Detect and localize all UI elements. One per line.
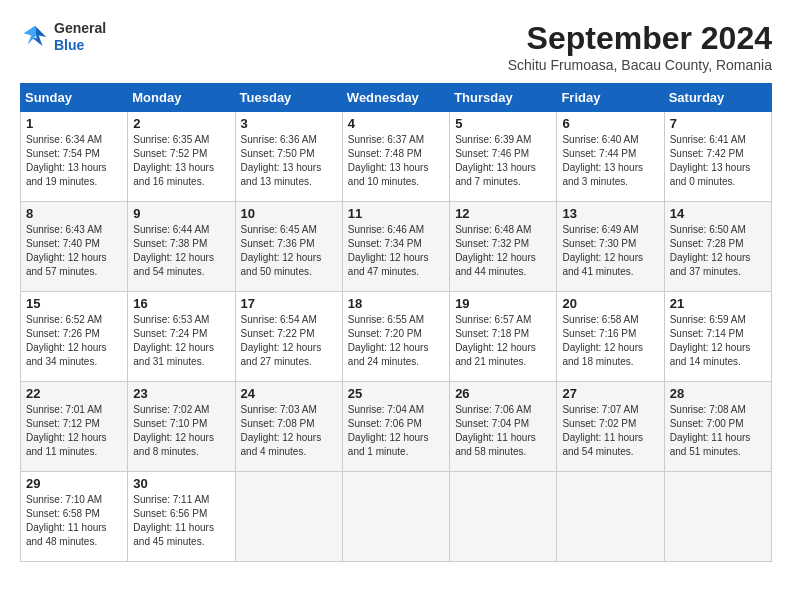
- week-row-5: 29Sunrise: 7:10 AMSunset: 6:58 PMDayligh…: [21, 472, 772, 562]
- day-number-3: 3: [241, 116, 337, 131]
- day-number-29: 29: [26, 476, 122, 491]
- logo-line2: Blue: [54, 37, 106, 54]
- day-number-25: 25: [348, 386, 444, 401]
- calendar-cell-empty: [342, 472, 449, 562]
- calendar-cell-18: 18Sunrise: 6:55 AMSunset: 7:20 PMDayligh…: [342, 292, 449, 382]
- week-row-4: 22Sunrise: 7:01 AMSunset: 7:12 PMDayligh…: [21, 382, 772, 472]
- logo: General Blue: [20, 20, 106, 54]
- day-number-16: 16: [133, 296, 229, 311]
- calendar-cell-20: 20Sunrise: 6:58 AMSunset: 7:16 PMDayligh…: [557, 292, 664, 382]
- calendar-cell-29: 29Sunrise: 7:10 AMSunset: 6:58 PMDayligh…: [21, 472, 128, 562]
- day-number-24: 24: [241, 386, 337, 401]
- cell-text-9: Sunrise: 6:44 AMSunset: 7:38 PMDaylight:…: [133, 223, 229, 279]
- cell-text-2: Sunrise: 6:35 AMSunset: 7:52 PMDaylight:…: [133, 133, 229, 189]
- cell-text-27: Sunrise: 7:07 AMSunset: 7:02 PMDaylight:…: [562, 403, 658, 459]
- calendar-cell-9: 9Sunrise: 6:44 AMSunset: 7:38 PMDaylight…: [128, 202, 235, 292]
- day-number-1: 1: [26, 116, 122, 131]
- cell-text-14: Sunrise: 6:50 AMSunset: 7:28 PMDaylight:…: [670, 223, 766, 279]
- cell-text-29: Sunrise: 7:10 AMSunset: 6:58 PMDaylight:…: [26, 493, 122, 549]
- calendar-cell-7: 7Sunrise: 6:41 AMSunset: 7:42 PMDaylight…: [664, 112, 771, 202]
- week-row-2: 8Sunrise: 6:43 AMSunset: 7:40 PMDaylight…: [21, 202, 772, 292]
- calendar-cell-23: 23Sunrise: 7:02 AMSunset: 7:10 PMDayligh…: [128, 382, 235, 472]
- logo-text: General Blue: [54, 20, 106, 54]
- day-number-4: 4: [348, 116, 444, 131]
- calendar-cell-22: 22Sunrise: 7:01 AMSunset: 7:12 PMDayligh…: [21, 382, 128, 472]
- day-number-17: 17: [241, 296, 337, 311]
- col-thursday: Thursday: [450, 84, 557, 112]
- cell-text-17: Sunrise: 6:54 AMSunset: 7:22 PMDaylight:…: [241, 313, 337, 369]
- day-number-20: 20: [562, 296, 658, 311]
- day-number-27: 27: [562, 386, 658, 401]
- day-number-23: 23: [133, 386, 229, 401]
- calendar-cell-empty: [557, 472, 664, 562]
- cell-text-6: Sunrise: 6:40 AMSunset: 7:44 PMDaylight:…: [562, 133, 658, 189]
- cell-text-28: Sunrise: 7:08 AMSunset: 7:00 PMDaylight:…: [670, 403, 766, 459]
- day-number-21: 21: [670, 296, 766, 311]
- day-number-11: 11: [348, 206, 444, 221]
- calendar-cell-27: 27Sunrise: 7:07 AMSunset: 7:02 PMDayligh…: [557, 382, 664, 472]
- cell-text-16: Sunrise: 6:53 AMSunset: 7:24 PMDaylight:…: [133, 313, 229, 369]
- cell-text-18: Sunrise: 6:55 AMSunset: 7:20 PMDaylight:…: [348, 313, 444, 369]
- calendar-table: Sunday Monday Tuesday Wednesday Thursday…: [20, 83, 772, 562]
- cell-text-30: Sunrise: 7:11 AMSunset: 6:56 PMDaylight:…: [133, 493, 229, 549]
- calendar-cell-2: 2Sunrise: 6:35 AMSunset: 7:52 PMDaylight…: [128, 112, 235, 202]
- calendar-cell-12: 12Sunrise: 6:48 AMSunset: 7:32 PMDayligh…: [450, 202, 557, 292]
- location: Schitu Frumoasa, Bacau County, Romania: [508, 57, 772, 73]
- title-block: September 2024 Schitu Frumoasa, Bacau Co…: [508, 20, 772, 73]
- cell-text-11: Sunrise: 6:46 AMSunset: 7:34 PMDaylight:…: [348, 223, 444, 279]
- cell-text-8: Sunrise: 6:43 AMSunset: 7:40 PMDaylight:…: [26, 223, 122, 279]
- logo-line1: General: [54, 20, 106, 37]
- day-number-15: 15: [26, 296, 122, 311]
- cell-text-26: Sunrise: 7:06 AMSunset: 7:04 PMDaylight:…: [455, 403, 551, 459]
- cell-text-1: Sunrise: 6:34 AMSunset: 7:54 PMDaylight:…: [26, 133, 122, 189]
- col-tuesday: Tuesday: [235, 84, 342, 112]
- page-header: General Blue September 2024 Schitu Frumo…: [20, 20, 772, 73]
- cell-text-19: Sunrise: 6:57 AMSunset: 7:18 PMDaylight:…: [455, 313, 551, 369]
- day-number-6: 6: [562, 116, 658, 131]
- cell-text-7: Sunrise: 6:41 AMSunset: 7:42 PMDaylight:…: [670, 133, 766, 189]
- day-number-30: 30: [133, 476, 229, 491]
- day-number-9: 9: [133, 206, 229, 221]
- calendar-cell-30: 30Sunrise: 7:11 AMSunset: 6:56 PMDayligh…: [128, 472, 235, 562]
- cell-text-15: Sunrise: 6:52 AMSunset: 7:26 PMDaylight:…: [26, 313, 122, 369]
- calendar-cell-5: 5Sunrise: 6:39 AMSunset: 7:46 PMDaylight…: [450, 112, 557, 202]
- day-number-8: 8: [26, 206, 122, 221]
- calendar-cell-21: 21Sunrise: 6:59 AMSunset: 7:14 PMDayligh…: [664, 292, 771, 382]
- cell-text-5: Sunrise: 6:39 AMSunset: 7:46 PMDaylight:…: [455, 133, 551, 189]
- calendar-cell-11: 11Sunrise: 6:46 AMSunset: 7:34 PMDayligh…: [342, 202, 449, 292]
- calendar-cell-4: 4Sunrise: 6:37 AMSunset: 7:48 PMDaylight…: [342, 112, 449, 202]
- month-title: September 2024: [508, 20, 772, 57]
- day-number-18: 18: [348, 296, 444, 311]
- calendar-cell-14: 14Sunrise: 6:50 AMSunset: 7:28 PMDayligh…: [664, 202, 771, 292]
- day-number-14: 14: [670, 206, 766, 221]
- calendar-cell-3: 3Sunrise: 6:36 AMSunset: 7:50 PMDaylight…: [235, 112, 342, 202]
- cell-text-24: Sunrise: 7:03 AMSunset: 7:08 PMDaylight:…: [241, 403, 337, 459]
- calendar-cell-empty: [450, 472, 557, 562]
- cell-text-4: Sunrise: 6:37 AMSunset: 7:48 PMDaylight:…: [348, 133, 444, 189]
- calendar-cell-25: 25Sunrise: 7:04 AMSunset: 7:06 PMDayligh…: [342, 382, 449, 472]
- calendar-cell-19: 19Sunrise: 6:57 AMSunset: 7:18 PMDayligh…: [450, 292, 557, 382]
- day-number-5: 5: [455, 116, 551, 131]
- cell-text-23: Sunrise: 7:02 AMSunset: 7:10 PMDaylight:…: [133, 403, 229, 459]
- calendar-cell-1: 1Sunrise: 6:34 AMSunset: 7:54 PMDaylight…: [21, 112, 128, 202]
- logo-icon: [20, 22, 50, 52]
- day-number-10: 10: [241, 206, 337, 221]
- cell-text-21: Sunrise: 6:59 AMSunset: 7:14 PMDaylight:…: [670, 313, 766, 369]
- calendar-cell-empty: [664, 472, 771, 562]
- col-monday: Monday: [128, 84, 235, 112]
- day-number-7: 7: [670, 116, 766, 131]
- day-number-22: 22: [26, 386, 122, 401]
- week-row-1: 1Sunrise: 6:34 AMSunset: 7:54 PMDaylight…: [21, 112, 772, 202]
- day-number-28: 28: [670, 386, 766, 401]
- calendar-cell-24: 24Sunrise: 7:03 AMSunset: 7:08 PMDayligh…: [235, 382, 342, 472]
- cell-text-22: Sunrise: 7:01 AMSunset: 7:12 PMDaylight:…: [26, 403, 122, 459]
- cell-text-10: Sunrise: 6:45 AMSunset: 7:36 PMDaylight:…: [241, 223, 337, 279]
- day-number-13: 13: [562, 206, 658, 221]
- col-saturday: Saturday: [664, 84, 771, 112]
- calendar-cell-10: 10Sunrise: 6:45 AMSunset: 7:36 PMDayligh…: [235, 202, 342, 292]
- calendar-header-row: Sunday Monday Tuesday Wednesday Thursday…: [21, 84, 772, 112]
- col-sunday: Sunday: [21, 84, 128, 112]
- cell-text-20: Sunrise: 6:58 AMSunset: 7:16 PMDaylight:…: [562, 313, 658, 369]
- day-number-19: 19: [455, 296, 551, 311]
- calendar-cell-26: 26Sunrise: 7:06 AMSunset: 7:04 PMDayligh…: [450, 382, 557, 472]
